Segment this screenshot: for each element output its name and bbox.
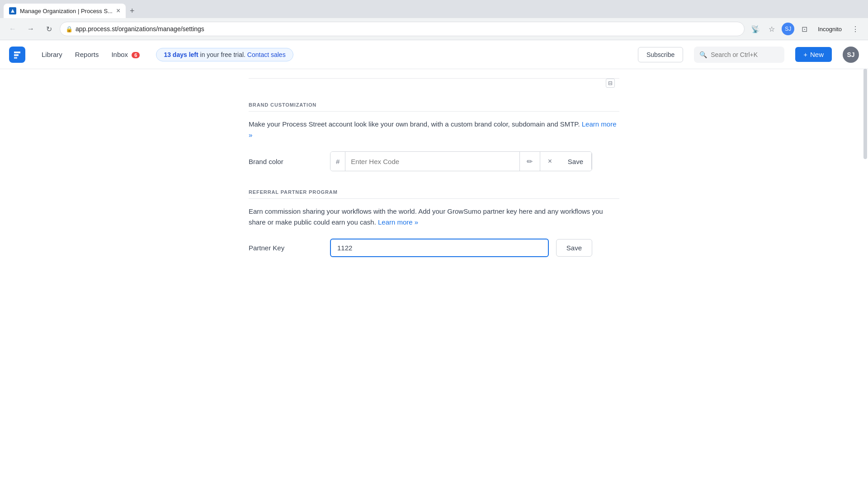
brand-color-label: Brand color (249, 158, 321, 165)
brand-section-title: BRAND CUSTOMIZATION (249, 102, 619, 108)
nav-library[interactable]: Library (36, 47, 68, 62)
referral-section-title: REFERRAL PARTNER PROGRAM (249, 189, 619, 195)
trial-text: in your free trial. (200, 51, 245, 58)
trial-banner: 13 days left in your free trial. Contact… (156, 48, 293, 61)
search-input[interactable] (711, 51, 790, 58)
brand-description: Make your Process Street account look li… (249, 119, 619, 141)
eyedropper-button[interactable]: ✏ (520, 151, 540, 171)
clear-color-button[interactable]: × (540, 151, 560, 171)
brand-description-text: Make your Process Street account look li… (249, 120, 582, 128)
scrollbar[interactable] (863, 69, 868, 302)
new-plus-icon: + (803, 51, 807, 58)
referral-section-header: REFERRAL PARTNER PROGRAM (249, 189, 619, 199)
logo-mark (9, 47, 25, 63)
forward-button[interactable]: → (24, 22, 38, 36)
referral-description: Earn commission sharing your workflows w… (249, 206, 619, 228)
cast-icon[interactable]: 📡 (748, 22, 763, 36)
brand-section-header: BRAND CUSTOMIZATION (249, 102, 619, 112)
contact-sales-link[interactable]: Contact sales (247, 51, 286, 58)
partner-key-row: Partner Key Save (249, 239, 619, 257)
referral-section: REFERRAL PARTNER PROGRAM Earn commission… (249, 189, 619, 257)
subscribe-button[interactable]: Subscribe (638, 47, 683, 62)
search-bar[interactable]: 🔍 (694, 47, 784, 63)
brand-color-input-group: # ✏ × Save (330, 151, 592, 171)
brand-color-actions: ✏ × (519, 151, 560, 171)
incognito-label: Incognito (818, 26, 842, 33)
referral-description-text: Earn commission sharing your workflows w… (249, 207, 603, 226)
referral-section-divider (249, 198, 619, 199)
profile-icon[interactable]: SJ (781, 22, 795, 36)
back-button[interactable]: ← (5, 22, 20, 36)
collapse-icon[interactable]: ⊟ (606, 79, 615, 88)
tab-favicon (9, 7, 16, 14)
menu-icon[interactable]: ⋮ (848, 22, 863, 36)
toolbar-actions: 📡 ☆ SJ ⊡ Incognito ⋮ (748, 22, 863, 36)
main-content: ⊟ BRAND CUSTOMIZATION Make your Process … (231, 69, 637, 302)
nav-inbox[interactable]: Inbox 6 (106, 47, 145, 62)
new-tab-button[interactable]: + (126, 5, 138, 17)
brand-color-save-button[interactable]: Save (560, 151, 592, 171)
svg-marker-0 (11, 9, 14, 13)
nav-links: Library Reports Inbox 6 (36, 47, 145, 62)
active-tab[interactable]: Manage Organization | Process S... × (4, 4, 126, 18)
lock-icon: 🔒 (66, 26, 73, 33)
partner-key-input[interactable] (330, 239, 549, 257)
hex-code-input[interactable] (345, 158, 519, 165)
browser-chrome: Manage Organization | Process S... × + ←… (0, 0, 868, 40)
tab-close-button[interactable]: × (116, 7, 120, 15)
nav-reports[interactable]: Reports (70, 47, 104, 62)
browser-tabs: Manage Organization | Process S... × + (0, 0, 868, 18)
browser-toolbar: ← → ↻ 🔒 app.process.st/organizations/man… (0, 18, 868, 40)
user-avatar[interactable]: SJ (843, 47, 859, 63)
extensions-icon[interactable]: ⊡ (797, 22, 811, 36)
partner-save-button[interactable]: Save (556, 239, 592, 257)
url-text: app.process.st/organizations/manage/sett… (75, 25, 739, 33)
new-label: New (810, 51, 824, 58)
address-bar[interactable]: 🔒 app.process.st/organizations/manage/se… (60, 22, 745, 36)
trial-days: 13 days left (164, 51, 198, 58)
scrollbar-thumb[interactable] (863, 69, 867, 159)
app-header: Library Reports Inbox 6 13 days left in … (0, 40, 868, 69)
partner-key-label: Partner Key (249, 244, 321, 252)
inbox-badge: 6 (132, 52, 140, 58)
chrome-avatar: SJ (782, 23, 794, 35)
reload-button[interactable]: ↻ (42, 22, 56, 36)
bookmark-icon[interactable]: ☆ (764, 22, 779, 36)
referral-learn-more-link[interactable]: Learn more » (378, 218, 418, 226)
incognito-button[interactable]: Incognito (813, 24, 846, 34)
brand-color-row: Brand color # ✏ × Save (249, 151, 619, 171)
brand-customization-section: BRAND CUSTOMIZATION Make your Process St… (249, 102, 619, 171)
new-button[interactable]: + New (795, 47, 832, 62)
app-logo[interactable] (9, 47, 25, 63)
inbox-label: Inbox (111, 51, 128, 58)
tab-title: Manage Organization | Process S... (20, 8, 113, 14)
search-icon: 🔍 (699, 51, 707, 58)
brand-section-divider (249, 111, 619, 112)
hash-prefix: # (330, 152, 345, 171)
